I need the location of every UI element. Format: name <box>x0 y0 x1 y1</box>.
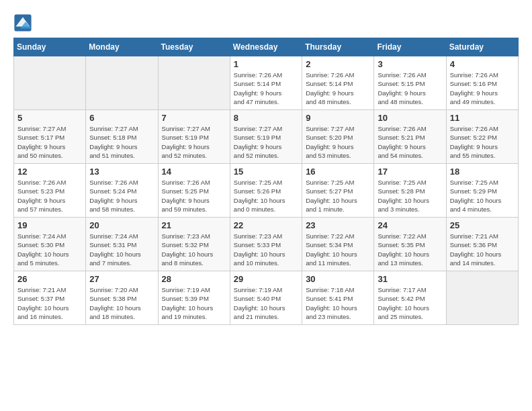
day-info: Sunrise: 7:26 AM Sunset: 5:14 PM Dayligh… <box>234 71 298 106</box>
calendar-cell: 20Sunrise: 7:24 AM Sunset: 5:31 PM Dayli… <box>86 218 158 271</box>
calendar-cell: 6Sunrise: 7:27 AM Sunset: 5:18 PM Daylig… <box>86 110 158 164</box>
day-info: Sunrise: 7:27 AM Sunset: 5:19 PM Dayligh… <box>234 124 298 160</box>
calendar-cell: 28Sunrise: 7:19 AM Sunset: 5:39 PM Dayli… <box>158 271 230 325</box>
day-number: 30 <box>306 274 370 284</box>
calendar-table: SundayMondayTuesdayWednesdayThursdayFrid… <box>13 38 519 325</box>
calendar-cell: 18Sunrise: 7:25 AM Sunset: 5:29 PM Dayli… <box>446 164 518 218</box>
calendar-week-5: 26Sunrise: 7:21 AM Sunset: 5:37 PM Dayli… <box>14 271 519 325</box>
calendar-cell: 16Sunrise: 7:25 AM Sunset: 5:27 PM Dayli… <box>302 164 374 218</box>
day-number: 27 <box>89 274 154 284</box>
day-info: Sunrise: 7:26 AM Sunset: 5:14 PM Dayligh… <box>306 71 370 106</box>
day-number: 29 <box>234 274 298 284</box>
day-info: Sunrise: 7:17 AM Sunset: 5:42 PM Dayligh… <box>378 285 442 321</box>
day-info: Sunrise: 7:25 AM Sunset: 5:29 PM Dayligh… <box>450 178 515 214</box>
day-info: Sunrise: 7:21 AM Sunset: 5:36 PM Dayligh… <box>450 232 515 267</box>
day-number: 11 <box>450 113 515 123</box>
day-info: Sunrise: 7:26 AM Sunset: 5:23 PM Dayligh… <box>17 178 82 214</box>
day-info: Sunrise: 7:25 AM Sunset: 5:28 PM Dayligh… <box>378 178 442 214</box>
day-number: 17 <box>378 167 442 177</box>
day-number: 3 <box>378 59 442 69</box>
calendar-cell: 27Sunrise: 7:20 AM Sunset: 5:38 PM Dayli… <box>86 271 158 325</box>
day-info: Sunrise: 7:21 AM Sunset: 5:37 PM Dayligh… <box>17 285 82 321</box>
calendar-cell: 1Sunrise: 7:26 AM Sunset: 5:14 PM Daylig… <box>230 56 302 110</box>
day-info: Sunrise: 7:25 AM Sunset: 5:26 PM Dayligh… <box>234 178 298 214</box>
day-info: Sunrise: 7:19 AM Sunset: 5:40 PM Dayligh… <box>234 285 298 321</box>
calendar-cell: 15Sunrise: 7:25 AM Sunset: 5:26 PM Dayli… <box>230 164 302 218</box>
day-info: Sunrise: 7:27 AM Sunset: 5:17 PM Dayligh… <box>17 124 82 160</box>
weekday-header-thursday: Thursday <box>302 38 374 56</box>
calendar-cell: 2Sunrise: 7:26 AM Sunset: 5:14 PM Daylig… <box>302 56 374 110</box>
calendar-cell: 11Sunrise: 7:26 AM Sunset: 5:22 PM Dayli… <box>446 110 518 164</box>
calendar-cell: 8Sunrise: 7:27 AM Sunset: 5:19 PM Daylig… <box>230 110 302 164</box>
day-info: Sunrise: 7:20 AM Sunset: 5:38 PM Dayligh… <box>89 285 154 321</box>
day-number: 31 <box>378 274 442 284</box>
weekday-header-sunday: Sunday <box>14 38 86 56</box>
day-number: 9 <box>306 113 370 123</box>
calendar-cell: 9Sunrise: 7:27 AM Sunset: 5:20 PM Daylig… <box>302 110 374 164</box>
day-number: 12 <box>17 167 82 177</box>
day-info: Sunrise: 7:23 AM Sunset: 5:33 PM Dayligh… <box>234 232 298 267</box>
calendar-cell: 30Sunrise: 7:18 AM Sunset: 5:41 PM Dayli… <box>302 271 374 325</box>
day-info: Sunrise: 7:25 AM Sunset: 5:27 PM Dayligh… <box>306 178 370 214</box>
weekday-header-wednesday: Wednesday <box>230 38 302 56</box>
day-info: Sunrise: 7:26 AM Sunset: 5:16 PM Dayligh… <box>450 71 515 106</box>
day-number: 24 <box>378 220 442 230</box>
calendar-cell: 31Sunrise: 7:17 AM Sunset: 5:42 PM Dayli… <box>374 271 446 325</box>
calendar-cell: 7Sunrise: 7:27 AM Sunset: 5:19 PM Daylig… <box>158 110 230 164</box>
day-number: 1 <box>234 59 298 69</box>
calendar-week-2: 5Sunrise: 7:27 AM Sunset: 5:17 PM Daylig… <box>14 110 519 164</box>
calendar-cell <box>14 56 86 110</box>
calendar-cell: 25Sunrise: 7:21 AM Sunset: 5:36 PM Dayli… <box>446 218 518 271</box>
day-info: Sunrise: 7:26 AM Sunset: 5:25 PM Dayligh… <box>162 178 226 214</box>
weekday-header-monday: Monday <box>86 38 158 56</box>
page-header <box>13 13 519 32</box>
day-number: 13 <box>89 167 154 177</box>
day-number: 2 <box>306 59 370 69</box>
day-info: Sunrise: 7:26 AM Sunset: 5:22 PM Dayligh… <box>450 124 515 160</box>
day-number: 28 <box>162 274 226 284</box>
day-number: 4 <box>450 59 515 69</box>
calendar-cell <box>446 271 518 325</box>
day-info: Sunrise: 7:26 AM Sunset: 5:24 PM Dayligh… <box>89 178 154 214</box>
calendar-cell <box>158 56 230 110</box>
day-info: Sunrise: 7:26 AM Sunset: 5:15 PM Dayligh… <box>378 71 442 106</box>
calendar-cell: 19Sunrise: 7:24 AM Sunset: 5:30 PM Dayli… <box>14 218 86 271</box>
calendar-week-3: 12Sunrise: 7:26 AM Sunset: 5:23 PM Dayli… <box>14 164 519 218</box>
calendar-cell: 24Sunrise: 7:22 AM Sunset: 5:35 PM Dayli… <box>374 218 446 271</box>
day-info: Sunrise: 7:27 AM Sunset: 5:19 PM Dayligh… <box>162 124 226 160</box>
calendar-cell: 26Sunrise: 7:21 AM Sunset: 5:37 PM Dayli… <box>14 271 86 325</box>
calendar-cell: 29Sunrise: 7:19 AM Sunset: 5:40 PM Dayli… <box>230 271 302 325</box>
day-number: 22 <box>234 220 298 230</box>
calendar-cell: 12Sunrise: 7:26 AM Sunset: 5:23 PM Dayli… <box>14 164 86 218</box>
weekday-header-row: SundayMondayTuesdayWednesdayThursdayFrid… <box>14 38 519 56</box>
day-number: 15 <box>234 167 298 177</box>
calendar-cell: 13Sunrise: 7:26 AM Sunset: 5:24 PM Dayli… <box>86 164 158 218</box>
calendar-week-4: 19Sunrise: 7:24 AM Sunset: 5:30 PM Dayli… <box>14 218 519 271</box>
day-number: 8 <box>234 113 298 123</box>
weekday-header-tuesday: Tuesday <box>158 38 230 56</box>
calendar-cell: 21Sunrise: 7:23 AM Sunset: 5:32 PM Dayli… <box>158 218 230 271</box>
day-number: 6 <box>89 113 154 123</box>
day-number: 7 <box>162 113 226 123</box>
calendar-cell: 5Sunrise: 7:27 AM Sunset: 5:17 PM Daylig… <box>14 110 86 164</box>
logo <box>13 13 35 32</box>
logo-icon <box>13 13 32 32</box>
calendar-cell: 22Sunrise: 7:23 AM Sunset: 5:33 PM Dayli… <box>230 218 302 271</box>
weekday-header-saturday: Saturday <box>446 38 518 56</box>
day-info: Sunrise: 7:23 AM Sunset: 5:32 PM Dayligh… <box>162 232 226 267</box>
day-info: Sunrise: 7:18 AM Sunset: 5:41 PM Dayligh… <box>306 285 370 321</box>
day-number: 5 <box>17 113 82 123</box>
day-info: Sunrise: 7:19 AM Sunset: 5:39 PM Dayligh… <box>162 285 226 321</box>
day-info: Sunrise: 7:26 AM Sunset: 5:21 PM Dayligh… <box>378 124 442 160</box>
day-info: Sunrise: 7:27 AM Sunset: 5:18 PM Dayligh… <box>89 124 154 160</box>
day-info: Sunrise: 7:22 AM Sunset: 5:35 PM Dayligh… <box>378 232 442 267</box>
day-number: 26 <box>17 274 82 284</box>
day-number: 14 <box>162 167 226 177</box>
weekday-header-friday: Friday <box>374 38 446 56</box>
day-number: 16 <box>306 167 370 177</box>
day-number: 23 <box>306 220 370 230</box>
calendar-cell: 23Sunrise: 7:22 AM Sunset: 5:34 PM Dayli… <box>302 218 374 271</box>
day-info: Sunrise: 7:24 AM Sunset: 5:31 PM Dayligh… <box>89 232 154 267</box>
calendar-cell: 10Sunrise: 7:26 AM Sunset: 5:21 PM Dayli… <box>374 110 446 164</box>
day-info: Sunrise: 7:24 AM Sunset: 5:30 PM Dayligh… <box>17 232 82 267</box>
